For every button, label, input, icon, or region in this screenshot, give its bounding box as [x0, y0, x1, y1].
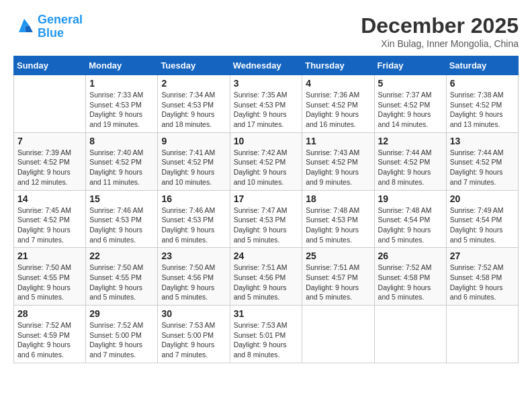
calendar-cell: 24Sunrise: 7:51 AMSunset: 4:56 PMDayligh…: [230, 248, 302, 306]
logo-icon: [13, 16, 35, 38]
logo: General Blue: [13, 13, 83, 40]
day-number: 22: [89, 250, 154, 261]
day-number: 27: [450, 250, 515, 261]
day-number: 24: [234, 250, 299, 261]
day-info: Sunrise: 7:53 AMSunset: 5:01 PMDaylight:…: [234, 320, 299, 360]
page-header: General Blue December 2025 Xin Bulag, In…: [13, 13, 519, 49]
day-info: Sunrise: 7:53 AMSunset: 5:00 PMDaylight:…: [161, 320, 226, 360]
day-number: 4: [306, 78, 370, 89]
calendar-week-4: 21Sunrise: 7:50 AMSunset: 4:55 PMDayligh…: [14, 248, 519, 306]
calendar-cell: 29Sunrise: 7:52 AMSunset: 5:00 PMDayligh…: [86, 306, 158, 363]
day-info: Sunrise: 7:50 AMSunset: 4:55 PMDaylight:…: [89, 263, 154, 302]
day-number: 9: [161, 136, 226, 146]
day-number: 14: [17, 193, 82, 204]
day-number: 10: [234, 136, 299, 146]
calendar-cell: 7Sunrise: 7:39 AMSunset: 4:52 PMDaylight…: [14, 132, 86, 190]
day-number: 29: [89, 308, 154, 319]
day-number: 6: [450, 78, 515, 89]
day-number: 8: [89, 136, 154, 146]
calendar-cell: [302, 306, 374, 363]
day-number: 15: [89, 193, 154, 204]
calendar-cell: 31Sunrise: 7:53 AMSunset: 5:01 PMDayligh…: [230, 306, 302, 363]
day-number: 19: [378, 193, 443, 204]
calendar-cell: 4Sunrise: 7:36 AMSunset: 4:52 PMDaylight…: [302, 75, 374, 133]
calendar-cell: 18Sunrise: 7:48 AMSunset: 4:53 PMDayligh…: [302, 190, 374, 248]
calendar-cell: 12Sunrise: 7:44 AMSunset: 4:52 PMDayligh…: [374, 132, 446, 190]
logo-blue: Blue: [38, 27, 83, 40]
calendar-cell: 13Sunrise: 7:44 AMSunset: 4:52 PMDayligh…: [446, 132, 518, 190]
day-number: 23: [161, 250, 226, 261]
day-number: 31: [234, 308, 299, 319]
day-number: 16: [161, 193, 226, 204]
calendar-week-2: 7Sunrise: 7:39 AMSunset: 4:52 PMDaylight…: [14, 132, 519, 190]
day-info: Sunrise: 7:48 AMSunset: 4:53 PMDaylight:…: [306, 205, 370, 245]
logo-text: General Blue: [38, 13, 83, 40]
calendar-cell: 9Sunrise: 7:41 AMSunset: 4:52 PMDaylight…: [158, 132, 230, 190]
day-number: 2: [161, 78, 226, 89]
day-info: Sunrise: 7:52 AMSunset: 4:58 PMDaylight:…: [450, 263, 515, 302]
calendar-week-5: 28Sunrise: 7:52 AMSunset: 4:59 PMDayligh…: [14, 306, 519, 363]
day-number: 25: [306, 250, 370, 261]
day-info: Sunrise: 7:44 AMSunset: 4:52 PMDaylight:…: [378, 148, 443, 187]
calendar-cell: [446, 306, 518, 363]
day-info: Sunrise: 7:39 AMSunset: 4:52 PMDaylight:…: [17, 148, 82, 187]
day-number: 5: [378, 78, 443, 89]
day-info: Sunrise: 7:37 AMSunset: 4:52 PMDaylight:…: [378, 90, 443, 130]
day-info: Sunrise: 7:45 AMSunset: 4:52 PMDaylight:…: [17, 205, 82, 245]
day-info: Sunrise: 7:44 AMSunset: 4:52 PMDaylight:…: [450, 148, 515, 187]
calendar-cell: 8Sunrise: 7:40 AMSunset: 4:52 PMDaylight…: [86, 132, 158, 190]
day-info: Sunrise: 7:52 AMSunset: 5:00 PMDaylight:…: [89, 320, 154, 360]
calendar-cell: 1Sunrise: 7:33 AMSunset: 4:53 PMDaylight…: [86, 75, 158, 133]
weekday-header-thursday: Thursday: [302, 56, 374, 75]
calendar-cell: 22Sunrise: 7:50 AMSunset: 4:55 PMDayligh…: [86, 248, 158, 306]
calendar-cell: 27Sunrise: 7:52 AMSunset: 4:58 PMDayligh…: [446, 248, 518, 306]
day-number: 18: [306, 193, 370, 204]
calendar-cell: 5Sunrise: 7:37 AMSunset: 4:52 PMDaylight…: [374, 75, 446, 133]
calendar-week-1: 1Sunrise: 7:33 AMSunset: 4:53 PMDaylight…: [14, 75, 519, 133]
weekday-header-friday: Friday: [374, 56, 446, 75]
month-title: December 2025: [361, 13, 519, 38]
day-number: 7: [17, 136, 82, 146]
day-info: Sunrise: 7:51 AMSunset: 4:57 PMDaylight:…: [306, 263, 370, 302]
title-block: December 2025 Xin Bulag, Inner Mongolia,…: [361, 13, 519, 49]
location: Xin Bulag, Inner Mongolia, China: [361, 38, 519, 49]
weekday-header-row: SundayMondayTuesdayWednesdayThursdayFrid…: [14, 56, 519, 75]
day-info: Sunrise: 7:42 AMSunset: 4:52 PMDaylight:…: [234, 148, 299, 187]
day-info: Sunrise: 7:38 AMSunset: 4:52 PMDaylight:…: [450, 90, 515, 130]
day-info: Sunrise: 7:40 AMSunset: 4:52 PMDaylight:…: [89, 148, 154, 187]
calendar-cell: 21Sunrise: 7:50 AMSunset: 4:55 PMDayligh…: [14, 248, 86, 306]
day-info: Sunrise: 7:34 AMSunset: 4:53 PMDaylight:…: [161, 90, 226, 130]
day-number: 20: [450, 193, 515, 204]
calendar-cell: 23Sunrise: 7:50 AMSunset: 4:56 PMDayligh…: [158, 248, 230, 306]
weekday-header-tuesday: Tuesday: [158, 56, 230, 75]
calendar-cell: [14, 75, 86, 133]
day-info: Sunrise: 7:51 AMSunset: 4:56 PMDaylight:…: [234, 263, 299, 302]
calendar-cell: [374, 306, 446, 363]
day-info: Sunrise: 7:46 AMSunset: 4:53 PMDaylight:…: [161, 205, 226, 245]
calendar-cell: 19Sunrise: 7:48 AMSunset: 4:54 PMDayligh…: [374, 190, 446, 248]
calendar-cell: 20Sunrise: 7:49 AMSunset: 4:54 PMDayligh…: [446, 190, 518, 248]
day-info: Sunrise: 7:33 AMSunset: 4:53 PMDaylight:…: [89, 90, 154, 130]
weekday-header-wednesday: Wednesday: [230, 56, 302, 75]
calendar-cell: 2Sunrise: 7:34 AMSunset: 4:53 PMDaylight…: [158, 75, 230, 133]
calendar-cell: 17Sunrise: 7:47 AMSunset: 4:53 PMDayligh…: [230, 190, 302, 248]
calendar-cell: 14Sunrise: 7:45 AMSunset: 4:52 PMDayligh…: [14, 190, 86, 248]
day-number: 17: [234, 193, 299, 204]
day-info: Sunrise: 7:50 AMSunset: 4:55 PMDaylight:…: [17, 263, 82, 302]
calendar-week-3: 14Sunrise: 7:45 AMSunset: 4:52 PMDayligh…: [14, 190, 519, 248]
svg-marker-1: [26, 26, 33, 32]
calendar-cell: 30Sunrise: 7:53 AMSunset: 5:00 PMDayligh…: [158, 306, 230, 363]
weekday-header-saturday: Saturday: [446, 56, 518, 75]
day-info: Sunrise: 7:46 AMSunset: 4:53 PMDaylight:…: [89, 205, 154, 245]
day-number: 26: [378, 250, 443, 261]
calendar-cell: 10Sunrise: 7:42 AMSunset: 4:52 PMDayligh…: [230, 132, 302, 190]
calendar-cell: 16Sunrise: 7:46 AMSunset: 4:53 PMDayligh…: [158, 190, 230, 248]
weekday-header-monday: Monday: [86, 56, 158, 75]
day-number: 21: [17, 250, 82, 261]
day-info: Sunrise: 7:52 AMSunset: 4:58 PMDaylight:…: [378, 263, 443, 302]
day-number: 13: [450, 136, 515, 146]
calendar-table: SundayMondayTuesdayWednesdayThursdayFrid…: [13, 56, 519, 363]
day-info: Sunrise: 7:43 AMSunset: 4:52 PMDaylight:…: [306, 148, 370, 187]
day-number: 28: [17, 308, 82, 319]
day-info: Sunrise: 7:47 AMSunset: 4:53 PMDaylight:…: [234, 205, 299, 245]
